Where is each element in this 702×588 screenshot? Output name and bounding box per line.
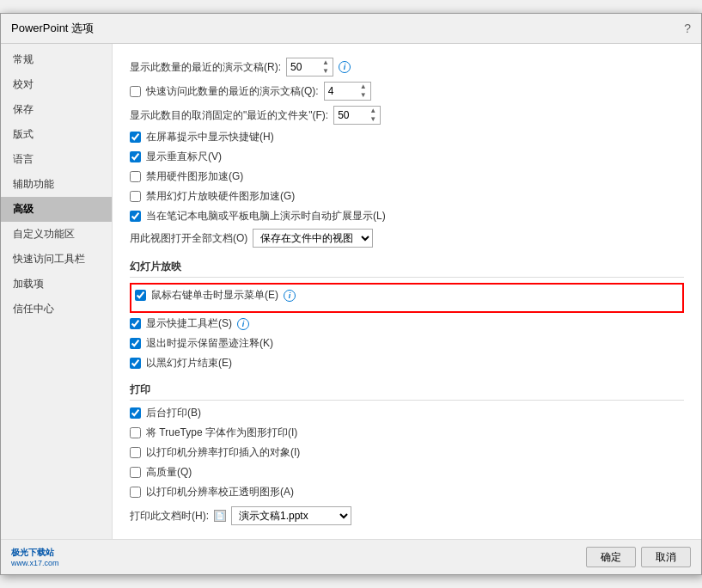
- print-resolution-label: 以打印机分辨率打印插入的对象(I): [146, 445, 300, 460]
- disable-hw-row: 禁用硬件图形加速(G): [130, 169, 684, 184]
- sidebar-item-layout[interactable]: 版式: [1, 122, 112, 147]
- show-ruler-label: 显示垂直标尺(V): [146, 150, 222, 164]
- right-click-row: 鼠标右键单击时显示菜单(E) i: [135, 288, 679, 303]
- right-click-checkbox[interactable]: [135, 290, 146, 301]
- background-print-row: 后台打印(B): [130, 406, 684, 420]
- end-black-row: 以黑幻灯片结束(E): [130, 356, 684, 371]
- truetype-row: 将 TrueType 字体作为图形打印(I): [130, 426, 684, 440]
- sidebar-item-general[interactable]: 常规: [1, 47, 112, 72]
- disable-slide-hw-checkbox[interactable]: [130, 191, 141, 202]
- logo-url: www.x17.com: [11, 559, 59, 567]
- file-icon: 📄: [214, 510, 226, 522]
- sidebar-item-advanced[interactable]: 高级: [1, 197, 112, 222]
- quick-access-label: 快速访问此数量的最近的演示文稿(Q):: [146, 84, 319, 99]
- recent-docs-input[interactable]: [290, 61, 320, 73]
- sidebar-item-addins[interactable]: 加载项: [1, 272, 112, 297]
- sidebar-item-customize[interactable]: 自定义功能区: [1, 222, 112, 247]
- show-toolbar-row: 显示快捷工具栏(S) i: [130, 316, 684, 331]
- recent-docs-arrows[interactable]: ▲ ▼: [322, 58, 329, 76]
- spinbox-down[interactable]: ▼: [322, 67, 329, 76]
- recent-docs-label: 显示此数量的最近的演示文稿(R):: [130, 60, 281, 75]
- show-ruler-checkbox[interactable]: [130, 151, 141, 162]
- dialog-footer: 极光下载站 www.x17.com 确定 取消: [1, 539, 701, 574]
- dialog-title: PowerPoint 选项: [11, 21, 94, 36]
- auto-expand-checkbox[interactable]: [130, 211, 141, 222]
- prompt-exit-label: 退出时提示保留墨迹注释(K): [146, 336, 273, 351]
- recent-docs-info-icon[interactable]: i: [339, 61, 351, 73]
- sidebar-item-save[interactable]: 保存: [1, 97, 112, 122]
- quick-access-row: 快速访问此数量的最近的演示文稿(Q): ▲ ▼: [130, 82, 684, 101]
- show-ruler-row: 显示垂直标尺(V): [130, 150, 684, 164]
- right-click-highlight: 鼠标右键单击时显示菜单(E) i: [130, 283, 684, 313]
- truetype-checkbox[interactable]: [130, 427, 141, 438]
- prompt-exit-checkbox[interactable]: [130, 338, 141, 349]
- print-resolution-checkbox[interactable]: [130, 447, 141, 458]
- sidebar: 常规 校对 保存 版式 语言 辅助功能 高级 自定义功能区 快速访问工具栏 加载…: [1, 44, 113, 539]
- disable-hw-checkbox[interactable]: [130, 171, 141, 182]
- quick-access-arrows[interactable]: ▲ ▼: [360, 83, 367, 100]
- show-toolbar-label: 显示快捷工具栏(S): [146, 316, 232, 331]
- sidebar-item-language[interactable]: 语言: [1, 147, 112, 172]
- view-row: 用此视图打开全部文档(O) 保存在文件中的视图: [130, 229, 684, 248]
- sidebar-item-quickaccess[interactable]: 快速访问工具栏: [1, 247, 112, 272]
- disable-slide-hw-row: 禁用幻灯片放映硬件图形加速(G): [130, 189, 684, 204]
- auto-expand-label: 当在笔记本电脑或平板电脑上演示时自动扩展显示(L): [146, 209, 386, 224]
- spinbox-down-3[interactable]: ▼: [369, 115, 376, 124]
- recent-docs-spinbox[interactable]: ▲ ▼: [286, 58, 333, 77]
- pinned-docs-row: 显示此数目的取消固定的"最近的文件夹"(F): ▲ ▼: [130, 106, 684, 125]
- print-doc-row: 打印此文档时(H): 📄 演示文稿1.pptx: [130, 505, 684, 525]
- background-print-label: 后台打印(B): [146, 406, 201, 420]
- dialog-body: 常规 校对 保存 版式 语言 辅助功能 高级 自定义功能区 快速访问工具栏 加载…: [1, 44, 701, 539]
- pinned-docs-input[interactable]: [338, 109, 368, 121]
- prompt-exit-row: 退出时提示保留墨迹注释(K): [130, 336, 684, 351]
- correct-resolution-checkbox[interactable]: [130, 487, 141, 498]
- logo-text: 极光下载站: [11, 547, 54, 559]
- background-print-checkbox[interactable]: [130, 407, 141, 419]
- print-doc-select[interactable]: 演示文稿1.pptx: [231, 506, 351, 525]
- disable-slide-hw-label: 禁用幻灯片放映硬件图形加速(G): [146, 189, 295, 204]
- view-label: 用此视图打开全部文档(O): [130, 231, 247, 246]
- show-shortcut-checkbox[interactable]: [130, 132, 141, 143]
- slideshow-section-header: 幻灯片放映: [130, 260, 684, 278]
- end-black-checkbox[interactable]: [130, 358, 141, 369]
- high-quality-checkbox[interactable]: [130, 467, 141, 478]
- disable-hw-label: 禁用硬件图形加速(G): [146, 169, 243, 184]
- high-quality-label: 高质量(Q): [146, 465, 192, 480]
- recent-docs-row: 显示此数量的最近的演示文稿(R): ▲ ▼ i: [130, 58, 684, 77]
- cancel-button[interactable]: 取消: [641, 547, 691, 567]
- print-section-header: 打印: [130, 383, 684, 401]
- show-shortcut-row: 在屏幕提示中显示快捷键(H): [130, 130, 684, 144]
- quick-access-input[interactable]: [328, 85, 358, 97]
- main-content: 显示此数量的最近的演示文稿(R): ▲ ▼ i 快速访问此数量的最近的演示文稿(…: [113, 44, 701, 539]
- help-icon[interactable]: ?: [684, 21, 691, 35]
- right-click-label: 鼠标右键单击时显示菜单(E): [151, 288, 278, 303]
- dialog: PowerPoint 选项 ? 常规 校对 保存 版式 语言 辅助功能 高级 自…: [0, 13, 702, 575]
- correct-resolution-label: 以打印机分辨率校正透明图形(A): [146, 485, 294, 499]
- correct-resolution-row: 以打印机分辨率校正透明图形(A): [130, 485, 684, 499]
- print-doc-label: 打印此文档时(H):: [130, 509, 209, 524]
- sidebar-item-accessibility[interactable]: 辅助功能: [1, 172, 112, 197]
- ok-button[interactable]: 确定: [586, 547, 636, 567]
- show-shortcut-label: 在屏幕提示中显示快捷键(H): [146, 130, 274, 144]
- pinned-docs-arrows[interactable]: ▲ ▼: [369, 107, 376, 124]
- spinbox-up-3[interactable]: ▲: [369, 107, 376, 115]
- right-click-info-icon[interactable]: i: [284, 290, 296, 302]
- truetype-label: 将 TrueType 字体作为图形打印(I): [146, 426, 297, 440]
- show-toolbar-info-icon[interactable]: i: [237, 318, 249, 330]
- quick-access-checkbox[interactable]: [130, 86, 141, 97]
- show-toolbar-checkbox[interactable]: [130, 318, 141, 329]
- spinbox-down-2[interactable]: ▼: [360, 91, 367, 100]
- spinbox-up[interactable]: ▲: [322, 58, 329, 67]
- view-select[interactable]: 保存在文件中的视图: [253, 229, 373, 248]
- title-bar: PowerPoint 选项 ?: [1, 14, 701, 44]
- footer-logo: 极光下载站 www.x17.com: [11, 547, 59, 567]
- print-resolution-row: 以打印机分辨率打印插入的对象(I): [130, 445, 684, 460]
- pinned-docs-spinbox[interactable]: ▲ ▼: [333, 106, 381, 125]
- sidebar-item-trust[interactable]: 信任中心: [1, 297, 112, 322]
- pinned-docs-label: 显示此数目的取消固定的"最近的文件夹"(F):: [130, 108, 328, 123]
- high-quality-row: 高质量(Q): [130, 465, 684, 480]
- spinbox-up-2[interactable]: ▲: [360, 83, 367, 91]
- quick-access-spinbox[interactable]: ▲ ▼: [324, 82, 371, 101]
- sidebar-item-proofing[interactable]: 校对: [1, 72, 112, 97]
- end-black-label: 以黑幻灯片结束(E): [146, 356, 232, 371]
